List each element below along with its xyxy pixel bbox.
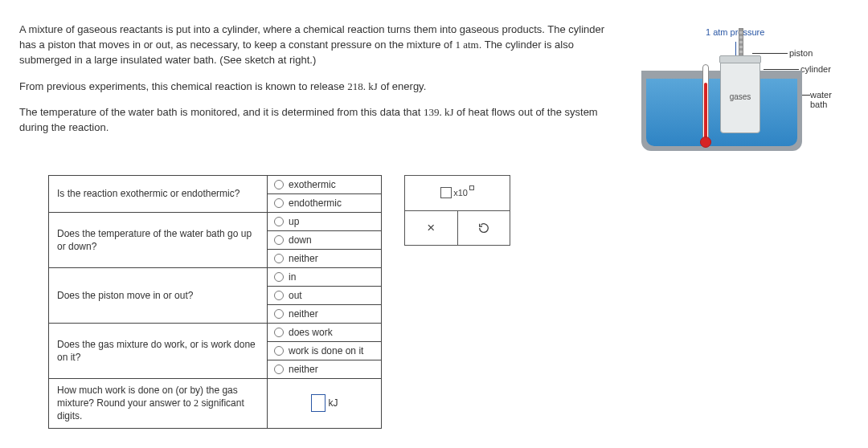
q4-radio-neither[interactable]	[274, 365, 284, 374]
q2-radio-up[interactable]	[274, 217, 284, 226]
q2-opt-neither[interactable]: neither	[268, 250, 381, 267]
problem-statement: A mixture of gaseous reactants is put in…	[19, 22, 608, 159]
q1-opt-endothermic[interactable]: endothermic	[268, 194, 381, 212]
q1-opt-exothermic[interactable]: exothermic	[268, 176, 381, 194]
answer-table: Is the reaction exothermic or endothermi…	[48, 175, 382, 429]
q1-text: Is the reaction exothermic or endothermi…	[49, 176, 268, 213]
q2-text: Does the temperature of the water bath g…	[49, 213, 268, 268]
reset-icon	[477, 222, 490, 234]
reset-button[interactable]	[458, 211, 510, 246]
q3-radio-neither[interactable]	[274, 309, 284, 319]
thermometer-icon	[702, 64, 709, 141]
piston-icon	[719, 55, 761, 63]
cylinder-icon: gases	[720, 59, 760, 133]
q3-radio-in[interactable]	[274, 272, 284, 282]
q4-opt-work-done-on-it[interactable]: work is done on it	[268, 342, 381, 360]
q4-radio-work-done-on-it[interactable]	[274, 346, 284, 356]
label-piston: piston	[789, 48, 813, 58]
q3-text: Does the piston move in or out?	[49, 268, 268, 324]
sci-notation-button[interactable]: x10	[405, 176, 510, 210]
thermometer-bulb-icon	[700, 136, 711, 148]
q4-text: Does the gas mixture do work, or is work…	[49, 324, 268, 379]
q3-opt-in[interactable]: in	[268, 268, 381, 287]
q1-radio-endothermic[interactable]	[274, 198, 284, 208]
label-cylinder: cylinder	[800, 64, 831, 74]
toolbox: x10 ×	[404, 175, 510, 246]
q2-radio-neither[interactable]	[274, 254, 284, 263]
q2-opt-up[interactable]: up	[268, 213, 381, 231]
label-gases: gases	[730, 92, 751, 101]
q2-opt-down[interactable]: down	[268, 231, 381, 250]
q3-opt-neither[interactable]: neither	[268, 305, 381, 323]
label-atm-pressure: 1 atm pressure	[706, 27, 764, 37]
close-icon: ×	[427, 220, 435, 236]
work-unit: kJ	[329, 397, 338, 409]
q2-radio-down[interactable]	[274, 235, 284, 245]
q4-opt-does-work[interactable]: does work	[268, 324, 381, 342]
q3-opt-out[interactable]: out	[268, 287, 381, 305]
q1-radio-exothermic[interactable]	[274, 180, 284, 189]
piston-rod-icon	[739, 28, 743, 57]
label-water-bath: water bath	[810, 90, 849, 109]
sketch: 1 atm pressure piston cylinder water bat…	[624, 22, 849, 159]
q4-radio-does-work[interactable]	[274, 328, 284, 337]
q3-radio-out[interactable]	[274, 291, 284, 300]
q4-opt-neither[interactable]: neither	[268, 360, 381, 378]
clear-button[interactable]: ×	[405, 211, 458, 246]
work-value-input[interactable]	[311, 394, 326, 412]
q5-text: How much work is done on (or by) the gas…	[49, 379, 268, 429]
